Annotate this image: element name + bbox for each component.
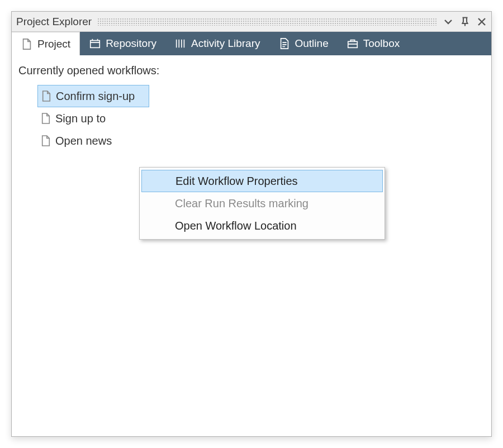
- menu-item-label: Edit Workflow Properties: [175, 175, 298, 188]
- workflow-name: Open news: [55, 135, 112, 147]
- tab-repository[interactable]: Repository: [80, 32, 165, 55]
- chevron-down-icon[interactable]: [443, 17, 453, 27]
- titlebar-controls: [443, 17, 487, 27]
- workflow-item[interactable]: Confirm sign-up: [37, 85, 149, 107]
- tab-label: Repository: [106, 37, 156, 50]
- tab-label: Activity Library: [191, 37, 260, 50]
- menu-item-label: Open Workflow Location: [175, 220, 297, 232]
- tab-label: Outline: [295, 37, 329, 50]
- document-icon: [41, 135, 51, 147]
- project-explorer-panel: Project Explorer Project Repository Acti…: [11, 11, 492, 437]
- pin-icon[interactable]: [460, 17, 470, 27]
- tab-outline[interactable]: Outline: [269, 32, 338, 55]
- tab-label: Project: [37, 38, 70, 50]
- document-icon: [41, 90, 51, 102]
- titlebar-grip[interactable]: [97, 18, 438, 26]
- close-icon[interactable]: [477, 17, 487, 27]
- tabstrip: Project Repository Activity Library Outl…: [12, 32, 491, 55]
- workflow-item[interactable]: Sign up to: [37, 107, 132, 130]
- panel-title: Project Explorer: [16, 16, 92, 28]
- panel-titlebar: Project Explorer: [12, 12, 491, 32]
- tab-toolbox[interactable]: Toolbox: [338, 32, 409, 55]
- workflow-name: Confirm sign-up: [56, 90, 135, 103]
- menu-item-label: Clear Run Results marking: [175, 197, 309, 210]
- svg-rect-0: [91, 41, 100, 48]
- workflow-item[interactable]: Open news: [37, 130, 132, 152]
- menu-item-clear-run-results: Clear Run Results marking: [141, 192, 383, 215]
- svg-rect-1: [348, 41, 357, 47]
- tab-label: Toolbox: [363, 37, 400, 50]
- section-label: Currently opened workflows:: [18, 64, 485, 77]
- menu-item-open-workflow-location[interactable]: Open Workflow Location: [141, 215, 383, 237]
- tab-project[interactable]: Project: [12, 32, 80, 55]
- menu-item-edit-workflow-properties[interactable]: Edit Workflow Properties: [141, 170, 383, 192]
- workflow-name: Sign up to: [55, 112, 106, 125]
- workflow-list: Confirm sign-up Sign up to Open news: [37, 85, 485, 152]
- context-menu: Edit Workflow Properties Clear Run Resul…: [139, 167, 385, 240]
- document-icon: [41, 112, 51, 125]
- panel-content: Currently opened workflows: Confirm sign…: [12, 55, 491, 436]
- tab-activity-library[interactable]: Activity Library: [165, 32, 269, 55]
